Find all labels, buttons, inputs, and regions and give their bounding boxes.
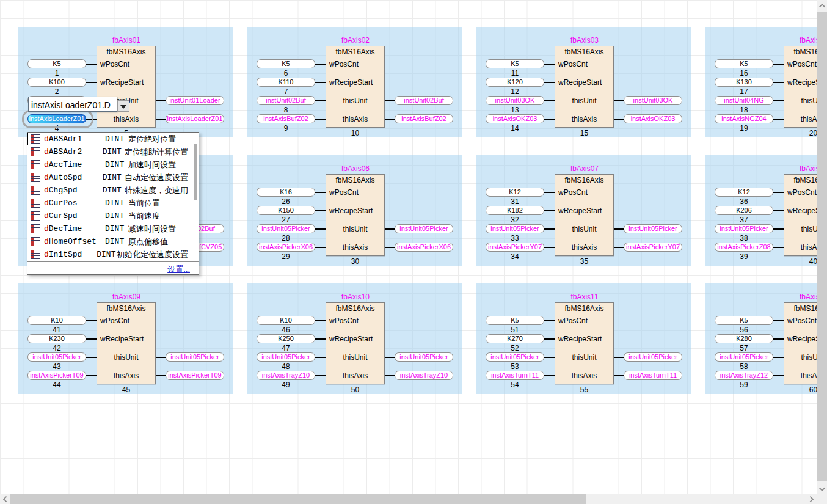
member-list-item[interactable]: dAutoSpdDINT自动定位速度设置 xyxy=(27,171,188,184)
vertical-scrollbar-thumb[interactable] xyxy=(817,12,827,481)
member-edit-input[interactable] xyxy=(28,97,117,112)
input-argument[interactable]: K110 xyxy=(257,78,315,87)
fb-instance-name[interactable]: fbAxis12 xyxy=(759,293,817,301)
fb-instance-name[interactable]: fbAxis03 xyxy=(530,36,639,45)
fb-instance-name[interactable]: fbAxis09 xyxy=(72,293,181,301)
input-argument[interactable]: instUnit02Buf xyxy=(257,96,315,105)
input-argument[interactable]: K250 xyxy=(257,334,315,343)
input-argument[interactable]: instUnit05Picker xyxy=(715,224,773,233)
function-block[interactable]: fbMS16AxiswPosCntwRecipeStartthisUnitthi… xyxy=(784,46,817,128)
scroll-up-button[interactable] xyxy=(817,0,827,10)
input-argument[interactable]: K100 xyxy=(27,78,86,87)
input-argument[interactable]: instAxisTurnT11 xyxy=(486,371,544,380)
member-list-item[interactable]: dABSAdr2DINT定位辅助计算位置 xyxy=(27,145,188,158)
input-argument-selected[interactable]: instAxisLoaderZ01 xyxy=(27,114,86,123)
input-argument[interactable]: K230 xyxy=(27,334,86,343)
output-argument[interactable]: instUnit02Buf xyxy=(395,96,453,105)
input-argument[interactable]: instAxisBufZ02 xyxy=(257,114,315,123)
input-argument[interactable]: K5 xyxy=(486,59,544,68)
fb-instance-name[interactable]: fbAxis08 xyxy=(759,164,817,173)
input-argument[interactable]: K10 xyxy=(27,316,86,325)
output-argument[interactable]: instAxisTurnT11 xyxy=(624,371,682,380)
member-list-item[interactable]: dAccTimeDINT加速时间设置 xyxy=(27,158,188,171)
input-argument[interactable]: K5 xyxy=(486,316,544,325)
fbd-editor-canvas[interactable]: fbAxis01fbMS16AxiswPosCntwRecipeStartthi… xyxy=(0,0,817,494)
input-argument[interactable]: instAxisTrayZ12 xyxy=(715,371,773,380)
function-block[interactable]: fbMS16AxiswPosCntwRecipeStartthisUnitthi… xyxy=(555,302,614,384)
input-argument[interactable]: instAxisPickerY07 xyxy=(486,243,544,252)
input-argument[interactable]: K5 xyxy=(27,59,86,68)
output-argument[interactable]: instUnit05Picker xyxy=(624,352,682,362)
scroll-down-button[interactable] xyxy=(817,483,827,494)
horizontal-scrollbar[interactable] xyxy=(0,494,817,504)
output-argument[interactable]: instUnit03OK xyxy=(624,96,682,105)
input-argument[interactable]: K182 xyxy=(486,206,544,215)
input-argument[interactable]: K12 xyxy=(715,188,773,197)
input-argument[interactable]: K12 xyxy=(486,188,544,197)
input-argument[interactable]: K206 xyxy=(715,206,773,215)
input-argument[interactable]: instUnit03OK xyxy=(486,96,544,105)
function-block[interactable]: fbMS16AxiswPosCntwRecipeStartthisUnitthi… xyxy=(555,46,614,128)
input-argument[interactable]: instUnit05Picker xyxy=(486,224,544,233)
member-list-item[interactable]: dABSAdr1DINT定位绝对位置 xyxy=(27,133,188,145)
fb-instance-name[interactable]: fbAxis11 xyxy=(530,293,639,301)
settings-link[interactable]: 设置... xyxy=(167,264,190,275)
input-argument[interactable]: instUnit04NG xyxy=(715,96,773,105)
vertical-scrollbar[interactable] xyxy=(817,0,827,494)
function-block[interactable]: fbMS16AxiswPosCntwRecipeStartthisUnitthi… xyxy=(326,174,385,256)
input-argument[interactable]: K280 xyxy=(715,334,773,343)
input-argument[interactable]: K16 xyxy=(257,188,315,197)
input-argument[interactable]: instUnit05Picker xyxy=(715,352,773,362)
member-list-item[interactable]: dCurPosDINT当前位置 xyxy=(27,197,188,210)
output-argument[interactable]: instUnit05Picker xyxy=(395,224,453,233)
function-block[interactable]: fbMS16AxiswPosCntwRecipeStartthisUnitthi… xyxy=(784,302,817,384)
input-argument[interactable]: instAxisTrayZ10 xyxy=(257,371,315,380)
fb-instance-name[interactable]: fbAxis04 xyxy=(759,36,817,45)
input-argument[interactable]: K5 xyxy=(715,59,773,68)
output-argument[interactable]: instAxisPickerX06 xyxy=(395,243,453,252)
function-block[interactable]: fbMS16AxiswPosCntwRecipeStartthisUnitthi… xyxy=(97,46,156,128)
dropdown-arrow-button[interactable] xyxy=(117,100,129,112)
output-argument[interactable]: instUnit05Picker xyxy=(624,224,682,233)
output-argument[interactable]: instAxisTrayZ10 xyxy=(395,371,453,380)
member-list-item[interactable]: dInitSpdDINT初始化定位速度设置 xyxy=(27,248,188,261)
function-block[interactable]: fbMS16AxiswPosCntwRecipeStartthisUnitthi… xyxy=(326,46,385,128)
horizontal-scrollbar-thumb[interactable] xyxy=(10,494,586,504)
function-block[interactable]: fbMS16AxiswPosCntwRecipeStartthisUnitthi… xyxy=(97,302,156,384)
output-argument[interactable]: instUnit05Picker xyxy=(166,352,224,362)
member-list-item[interactable]: dCurSpdDINT当前速度 xyxy=(27,210,188,222)
fb-instance-name[interactable]: fbAxis06 xyxy=(301,164,410,173)
scroll-right-button[interactable] xyxy=(806,494,817,504)
input-argument[interactable]: K150 xyxy=(257,206,315,215)
input-argument[interactable]: instAxisPickerX06 xyxy=(257,243,315,252)
input-argument[interactable]: K5 xyxy=(715,316,773,325)
input-argument[interactable]: K120 xyxy=(486,78,544,87)
function-block[interactable]: fbMS16AxiswPosCntwRecipeStartthisUnitthi… xyxy=(784,174,817,256)
popup-scrollbar-thumb[interactable] xyxy=(194,144,197,200)
fb-instance-name[interactable]: fbAxis01 xyxy=(72,36,181,45)
function-block[interactable]: fbMS16AxiswPosCntwRecipeStartthisUnitthi… xyxy=(326,302,385,384)
input-argument[interactable]: instAxisPickerT09 xyxy=(27,371,86,380)
input-argument[interactable]: instAxisOKZ03 xyxy=(486,114,544,123)
input-argument[interactable]: instUnit05Picker xyxy=(486,352,544,362)
output-argument[interactable]: instAxisOKZ03 xyxy=(624,114,682,123)
input-argument[interactable]: K10 xyxy=(257,316,315,325)
input-argument[interactable]: instUnit05Picker xyxy=(27,352,86,362)
input-argument[interactable]: instUnit05Picker xyxy=(257,224,315,233)
output-argument[interactable]: instAxisPickerY07 xyxy=(624,243,682,252)
output-argument[interactable]: instUnit05Picker xyxy=(395,352,453,362)
output-argument[interactable]: instAxisPickerT09 xyxy=(166,371,224,380)
member-list-item[interactable]: dDecTimeDINT减速时间设置 xyxy=(27,222,188,235)
input-argument[interactable]: K130 xyxy=(715,78,773,87)
input-argument[interactable]: K5 xyxy=(257,59,315,68)
input-argument[interactable]: instAxisNGZ04 xyxy=(715,114,773,123)
output-argument[interactable]: instAxisLoaderZ01 xyxy=(166,114,224,123)
input-argument[interactable]: K270 xyxy=(486,334,544,343)
fb-instance-name[interactable]: fbAxis10 xyxy=(301,293,410,301)
scroll-left-button[interactable] xyxy=(0,494,10,504)
member-list-item[interactable]: dHomeOffsetDINT原点偏移值 xyxy=(27,235,188,248)
input-argument[interactable]: instUnit05Picker xyxy=(257,352,315,362)
output-argument[interactable]: instAxisBufZ02 xyxy=(395,114,453,123)
fb-instance-name[interactable]: fbAxis02 xyxy=(301,36,410,45)
function-block[interactable]: fbMS16AxiswPosCntwRecipeStartthisUnitthi… xyxy=(555,174,614,256)
